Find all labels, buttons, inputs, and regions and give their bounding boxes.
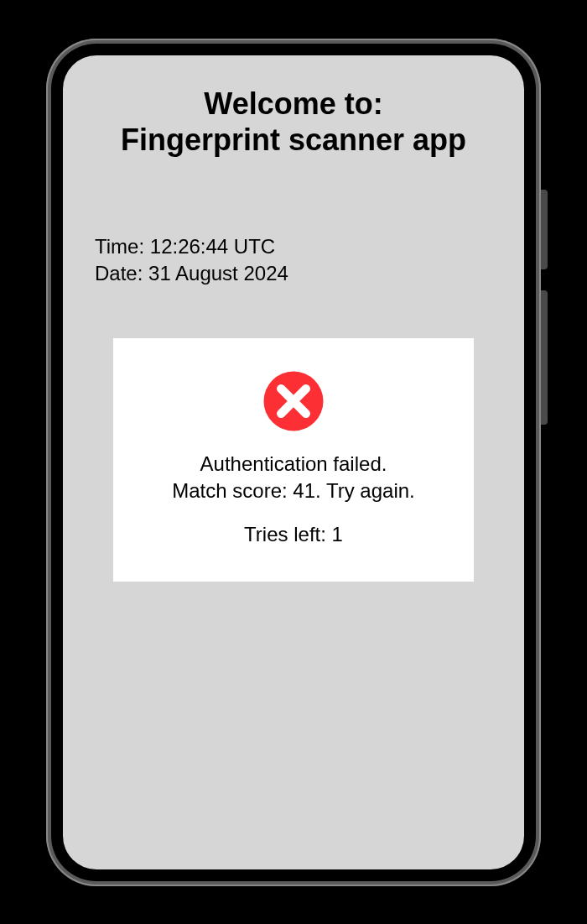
screen: Welcome to: Fingerprint scanner app Time… xyxy=(63,55,524,869)
error-x-icon xyxy=(262,370,325,432)
status-card: Authentication failed. Match score: 41. … xyxy=(113,338,474,582)
time-value: 12:26:44 UTC xyxy=(150,235,275,258)
time-label: Time: xyxy=(95,235,150,258)
title-line-1: Welcome to: xyxy=(204,86,382,121)
phone-side-button-bottom xyxy=(541,290,548,425)
phone-frame: Welcome to: Fingerprint scanner app Time… xyxy=(46,39,541,886)
status-line-1: Authentication failed. xyxy=(130,451,457,478)
status-message: Authentication failed. Match score: 41. … xyxy=(130,451,457,505)
title-line-2: Fingerprint scanner app xyxy=(121,123,466,157)
tries-left: Tries left: 1 xyxy=(130,523,457,546)
date-label: Date: xyxy=(95,262,148,285)
status-line-2: Match score: 41. Try again. xyxy=(130,478,457,504)
phone-side-button-top xyxy=(541,190,548,269)
phone-bezel: Welcome to: Fingerprint scanner app Time… xyxy=(51,44,536,881)
time-row: Time: 12:26:44 UTC xyxy=(95,233,507,260)
datetime-block: Time: 12:26:44 UTC Date: 31 August 2024 xyxy=(95,233,507,288)
date-value: 31 August 2024 xyxy=(148,262,288,285)
date-row: Date: 31 August 2024 xyxy=(95,260,507,287)
page-title: Welcome to: Fingerprint scanner app xyxy=(80,86,507,158)
